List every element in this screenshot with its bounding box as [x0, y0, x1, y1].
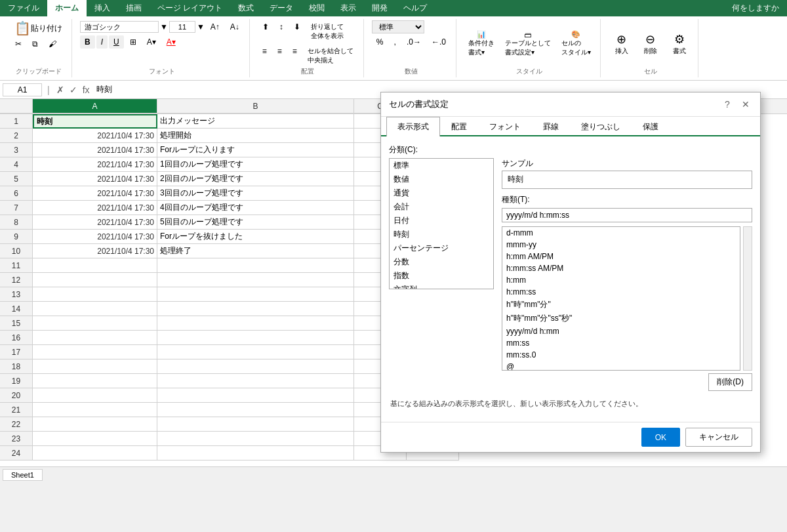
cell-B7[interactable]: 4回目のループ処理です [157, 201, 354, 215]
cell-A11[interactable] [33, 258, 157, 273]
cell-B6[interactable]: 3回目のループ処理です [157, 186, 354, 201]
format-item[interactable]: h"時"mm"分"ss"秒" [502, 312, 740, 325]
dialog-help-button[interactable]: ? [721, 98, 734, 111]
cell-B20[interactable] [157, 388, 354, 403]
cell-A15[interactable] [33, 316, 157, 331]
cell-A5[interactable]: 2021/10/4 17:30 [33, 172, 157, 186]
category-item-日付[interactable]: 日付 [390, 214, 493, 228]
format-item[interactable]: mm:ss [502, 337, 740, 349]
format-list[interactable]: d-mmmmmm-yyh:mm AM/PMh:mm:ss AM/PMh:mmh:… [502, 226, 740, 371]
cell-A2[interactable]: 2021/10/4 17:30 [33, 129, 157, 143]
type-input[interactable] [502, 208, 752, 222]
cell-B24[interactable] [157, 446, 354, 460]
tab-search[interactable]: 何をしますか [724, 0, 787, 16]
format-table-button[interactable]: 🗃 テーブルとして書式設定▾ [501, 30, 555, 58]
tab-home[interactable]: ホーム [47, 0, 87, 16]
cell-A6[interactable]: 2021/10/4 17:30 [33, 186, 157, 201]
paste-button[interactable]: 📋 貼り付け [10, 20, 66, 36]
align-middle-button[interactable]: ↕ [275, 20, 288, 43]
copy-button[interactable]: ⧉ [28, 37, 43, 51]
cell-A7[interactable]: 2021/10/4 17:30 [33, 201, 157, 215]
cell-B8[interactable]: 5回目のループ処理です [157, 215, 354, 230]
dialog-close-button[interactable]: ✕ [739, 98, 752, 111]
cell-B9[interactable]: Forループを抜けました [157, 230, 354, 244]
cell-B18[interactable] [157, 359, 354, 374]
fill-color-button[interactable]: A▾ [142, 35, 161, 49]
cell-B12[interactable] [157, 273, 354, 287]
tab-review[interactable]: 校閲 [301, 0, 333, 16]
dialog-tab-配置[interactable]: 配置 [440, 117, 478, 136]
cell-B23[interactable] [157, 432, 354, 446]
cancel-button[interactable]: キャンセル [685, 428, 752, 447]
cell-B10[interactable]: 処理終了 [157, 244, 354, 258]
tab-insert[interactable]: 挿入 [87, 0, 118, 16]
dialog-tab-罫線[interactable]: 罫線 [532, 117, 570, 136]
cell-A13[interactable] [33, 287, 157, 302]
dialog-tab-表示形式[interactable]: 表示形式 [386, 117, 440, 136]
tab-pagelayout[interactable]: ページ レイアウト [150, 0, 230, 16]
format-item[interactable]: h:mm [502, 274, 740, 286]
cell-A19[interactable] [33, 374, 157, 388]
cell-A3[interactable]: 2021/10/4 17:30 [33, 143, 157, 157]
cell-A20[interactable] [33, 388, 157, 403]
insert-button[interactable]: ⊕ 挿入 [609, 31, 635, 57]
category-item-パーセンテージ[interactable]: パーセンテージ [390, 241, 493, 255]
format-cell-button[interactable]: ⚙ 書式 [666, 31, 693, 57]
category-item-数値[interactable]: 数値 [390, 173, 493, 186]
cell-A12[interactable] [33, 273, 157, 287]
font-name-dropdown-icon[interactable]: ▼ [160, 22, 168, 31]
bold-button[interactable]: B [80, 35, 95, 49]
cell-B16[interactable] [157, 331, 354, 345]
cell-A4[interactable]: 2021/10/4 17:30 [33, 157, 157, 172]
underline-button[interactable]: U [109, 35, 124, 49]
font-size-input[interactable] [169, 21, 195, 33]
cell-B5[interactable]: 2回目のループ処理です [157, 172, 354, 186]
category-item-文字列[interactable]: 文字列 [390, 283, 493, 289]
cell-A1[interactable]: 時刻 [33, 114, 157, 129]
comma-button[interactable]: , [390, 35, 401, 49]
category-item-会計[interactable]: 会計 [390, 200, 493, 214]
align-top-button[interactable]: ⬆ [258, 20, 273, 43]
category-item-時刻[interactable]: 時刻 [390, 228, 493, 241]
format-item[interactable]: mm:ss.0 [502, 349, 740, 361]
format-item[interactable]: h:mm:ss [502, 286, 740, 298]
cell-B2[interactable]: 処理開始 [157, 129, 354, 143]
format-painter-button[interactable]: 🖌 [44, 37, 61, 51]
decrease-decimal-button[interactable]: ←.0 [427, 35, 451, 49]
merge-center-button[interactable]: セルを結合して中央揃え [303, 45, 358, 67]
format-list-scrollbar[interactable] [743, 226, 752, 371]
decrease-font-icon[interactable]: A↓ [226, 20, 244, 33]
ok-button[interactable]: OK [641, 428, 680, 447]
cell-B14[interactable] [157, 302, 354, 316]
increase-font-icon[interactable]: A↑ [206, 20, 224, 33]
tab-data[interactable]: データ [262, 0, 301, 16]
insert-function-icon[interactable]: fx [81, 85, 91, 95]
cell-B13[interactable] [157, 287, 354, 302]
dialog-tab-フォント[interactable]: フォント [478, 117, 532, 136]
cell-B11[interactable] [157, 258, 354, 273]
cell-B21[interactable] [157, 403, 354, 417]
conditional-format-button[interactable]: 📊 条件付き書式▾ [464, 29, 498, 58]
cell-A24[interactable] [33, 446, 157, 460]
cut-button[interactable]: ✂ [10, 37, 26, 51]
format-item[interactable]: d-mmm [502, 227, 740, 239]
category-item-標準[interactable]: 標準 [390, 159, 493, 173]
confirm-formula-icon[interactable]: ✓ [68, 85, 79, 95]
category-item-通貨[interactable]: 通貨 [390, 186, 493, 200]
category-list[interactable]: 標準数値通貨会計日付時刻パーセンテージ分数指数文字列その他ユーザー定義 [389, 158, 494, 289]
tab-file[interactable]: ファイル [0, 0, 47, 16]
format-item[interactable]: h:mm:ss AM/PM [502, 262, 740, 274]
delete-cell-button[interactable]: ⊖ 削除 [637, 31, 664, 57]
format-item[interactable]: mmm-yy [502, 239, 740, 251]
cell-A23[interactable] [33, 432, 157, 446]
cell-A8[interactable]: 2021/10/4 17:30 [33, 215, 157, 230]
format-item[interactable]: h"時"mm"分" [502, 298, 740, 312]
align-center-button[interactable]: ≡ [273, 45, 287, 67]
font-name-input[interactable] [80, 21, 159, 33]
font-color-button[interactable]: A▾ [162, 35, 180, 49]
cell-styles-button[interactable]: 🎨 セルのスタイル▾ [557, 29, 595, 58]
cell-A21[interactable] [33, 403, 157, 417]
number-format-select[interactable]: 標準 [372, 20, 424, 33]
delete-format-button[interactable]: 削除(D) [708, 373, 752, 391]
category-item-指数[interactable]: 指数 [390, 269, 493, 283]
